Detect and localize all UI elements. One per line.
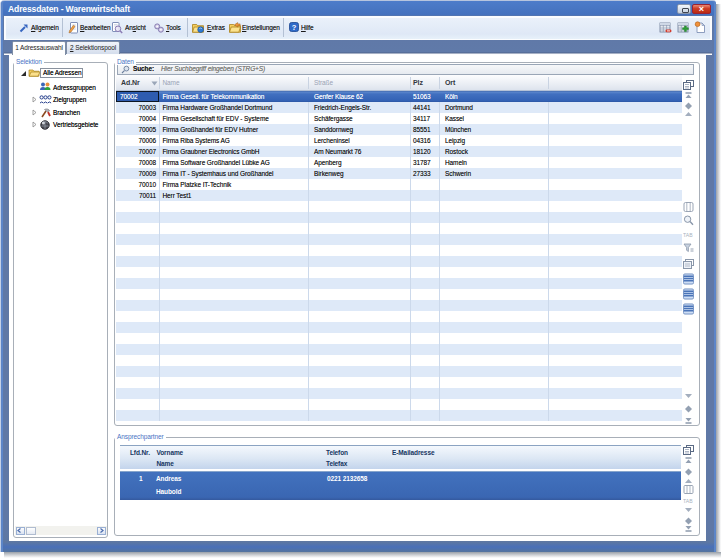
svg-text:TAB: TAB (683, 498, 693, 504)
svg-text:?: ? (292, 23, 297, 32)
svg-text:TAB: TAB (683, 232, 693, 238)
